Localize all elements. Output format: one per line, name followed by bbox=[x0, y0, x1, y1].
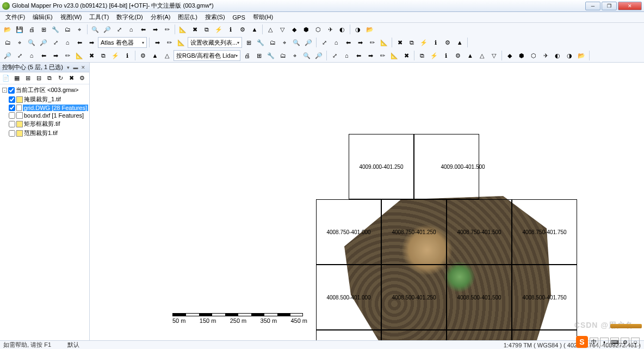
toolbar-button[interactable]: ⬅ bbox=[343, 37, 354, 48]
layer-item[interactable]: bound.dxf [1 Features] bbox=[9, 112, 88, 119]
panel-tool-icon[interactable]: ⊟ bbox=[34, 74, 44, 83]
menu-item[interactable]: 文件(F) bbox=[2, 12, 28, 22]
toolbar-button[interactable]: ✏ bbox=[62, 50, 73, 61]
toolbar-button[interactable]: 🔧 bbox=[50, 24, 61, 35]
toolbar-button[interactable]: ▽ bbox=[277, 24, 288, 35]
toolbar-button[interactable]: ⤢ bbox=[50, 37, 61, 48]
menu-item[interactable]: 分析(A) bbox=[147, 12, 174, 22]
panel-tool-icon[interactable]: ⚙ bbox=[77, 74, 87, 83]
menu-item[interactable]: 数字化(D) bbox=[113, 12, 146, 22]
collapse-icon[interactable]: - bbox=[2, 88, 7, 93]
toolbar-button[interactable]: ⬅ bbox=[38, 50, 49, 61]
toolbar-button[interactable]: ⤢ bbox=[114, 24, 125, 35]
toolbar-button[interactable]: 🔎 bbox=[2, 50, 13, 61]
toolbar-button[interactable]: ➡ bbox=[150, 24, 160, 35]
maximize-button[interactable]: ❐ bbox=[602, 2, 617, 10]
panel-tool-icon[interactable]: ✖ bbox=[66, 74, 76, 83]
panel-tool-icon[interactable]: ▦ bbox=[12, 74, 22, 83]
toolbar-button[interactable]: ⚡ bbox=[418, 37, 429, 48]
toolbar-button[interactable]: ➡ bbox=[152, 37, 163, 48]
toolbar-button[interactable]: 🗂 bbox=[2, 37, 13, 48]
toolbar-button[interactable]: ⬅ bbox=[74, 37, 85, 48]
toolbar-button[interactable]: ▽ bbox=[488, 50, 499, 61]
ime-punct-icon[interactable]: • bbox=[600, 338, 609, 346]
toolbar-button[interactable]: ⬡ bbox=[313, 24, 324, 35]
layer-item[interactable]: 范围裁剪1.tif bbox=[9, 128, 88, 138]
toolbar-button[interactable]: ✈ bbox=[325, 24, 336, 35]
toolbar-button[interactable]: 🗂 bbox=[277, 50, 288, 61]
toolbar-button[interactable]: 🔍 bbox=[301, 50, 312, 61]
layer-item[interactable]: grid.DWG [28 Features] bbox=[9, 104, 88, 112]
menu-item[interactable]: 工具(T) bbox=[86, 12, 112, 22]
toolbar-button[interactable]: ⊞ bbox=[253, 50, 264, 61]
toolbar-button[interactable]: ⚡ bbox=[429, 50, 439, 61]
layer-item[interactable]: 矩形框裁剪.tif bbox=[9, 119, 88, 128]
toolbar-button[interactable]: 🔎 bbox=[303, 37, 314, 48]
toolbar-button[interactable]: 🖨 bbox=[242, 50, 252, 61]
toolbar-button[interactable]: ⧉ bbox=[98, 50, 109, 61]
toolbar-button[interactable]: ⌖ bbox=[74, 24, 85, 35]
ime-cog-icon[interactable]: ⚙ bbox=[621, 338, 629, 346]
toolbar-button[interactable]: ⤢ bbox=[319, 37, 330, 48]
toolbar-button[interactable]: ✖ bbox=[189, 24, 200, 35]
toolbar-button[interactable]: ℹ bbox=[225, 24, 236, 35]
toolbar-button[interactable]: ⬢ bbox=[301, 24, 312, 35]
ime-skin-icon[interactable]: ☺ bbox=[631, 338, 640, 346]
toolbar-button[interactable]: ▲ bbox=[249, 24, 260, 35]
menu-item[interactable]: 图层(L) bbox=[175, 12, 200, 22]
layer-checkbox[interactable] bbox=[9, 112, 15, 119]
toolbar-button[interactable]: ⌂ bbox=[26, 50, 37, 61]
toolbar-button[interactable]: ℹ bbox=[441, 50, 451, 61]
toolbar-button[interactable]: ✏ bbox=[164, 37, 175, 48]
toolbar-button[interactable]: ⌖ bbox=[279, 37, 290, 48]
layer-checkbox[interactable] bbox=[9, 130, 15, 137]
toolbar-button[interactable]: ⚙ bbox=[453, 50, 463, 61]
layer-tree[interactable]: - 当前工作区 <003.gmw> 掩膜裁剪_1.tifgrid.DWG [28… bbox=[0, 84, 89, 340]
layer-checkbox[interactable] bbox=[9, 121, 15, 127]
panel-tool-icon[interactable]: ⧉ bbox=[45, 74, 54, 83]
toolbar-button[interactable]: ℹ bbox=[122, 50, 133, 61]
toolbar-button[interactable]: 🔎 bbox=[102, 24, 113, 35]
toolbar-button[interactable]: ⤢ bbox=[14, 50, 25, 61]
toolbar-button[interactable]: 🔍 bbox=[90, 24, 101, 35]
toolbar-button[interactable]: 📐 bbox=[176, 37, 187, 48]
toolbar-combo[interactable]: 设置收藏夹列表...▾ bbox=[188, 37, 242, 48]
ime-kbd-icon[interactable]: ⌨ bbox=[610, 338, 619, 346]
toolbar-button[interactable]: 📂 bbox=[2, 24, 13, 35]
toolbar-button[interactable]: ⊞ bbox=[243, 37, 254, 48]
layer-item[interactable]: 掩膜裁剪_1.tif bbox=[9, 95, 88, 104]
layer-checkbox[interactable] bbox=[9, 96, 15, 103]
toolbar-button[interactable]: ✖ bbox=[86, 50, 97, 61]
toolbar-button[interactable]: 🔍 bbox=[291, 37, 302, 48]
toolbar-button[interactable]: ⧉ bbox=[406, 37, 417, 48]
map-view[interactable]: 4009.000-401.2504009.000-401.5004008.750… bbox=[90, 63, 644, 340]
toolbar-button[interactable]: ✏ bbox=[162, 24, 172, 35]
toolbar-button[interactable]: ⌂ bbox=[331, 37, 342, 48]
toolbar-button[interactable]: ⚡ bbox=[213, 24, 224, 35]
toolbar-button[interactable]: 📂 bbox=[576, 50, 587, 61]
toolbar-button[interactable]: ⌂ bbox=[62, 37, 73, 48]
toolbar-button[interactable]: 🖨 bbox=[26, 24, 37, 35]
menu-item[interactable]: 帮助(H) bbox=[250, 12, 276, 22]
toolbar-button[interactable]: 📐 bbox=[379, 37, 389, 48]
close-button[interactable]: ✕ bbox=[618, 2, 642, 10]
toolbar-button[interactable]: ⬅ bbox=[353, 50, 364, 61]
toolbar-button[interactable]: 🔧 bbox=[255, 37, 266, 48]
toolbar-button[interactable]: 🗂 bbox=[267, 37, 278, 48]
toolbar-button[interactable]: 📐 bbox=[177, 24, 188, 35]
toolbar-button[interactable]: ✖ bbox=[401, 50, 412, 61]
toolbar-button[interactable]: 📐 bbox=[389, 50, 400, 61]
toolbar-button[interactable]: ◑ bbox=[352, 24, 363, 35]
menu-item[interactable]: 搜索(S) bbox=[202, 12, 228, 22]
toolbar-button[interactable]: ⧉ bbox=[417, 50, 428, 61]
toolbar-button[interactable]: ◆ bbox=[504, 50, 515, 61]
toolbar-button[interactable]: ✏ bbox=[377, 50, 388, 61]
panel-pin-icon[interactable]: ▬ bbox=[72, 64, 79, 71]
panel-tool-icon[interactable]: ⊞ bbox=[23, 74, 33, 83]
toolbar-button[interactable]: ➡ bbox=[365, 50, 376, 61]
toolbar-button[interactable]: ➡ bbox=[86, 37, 97, 48]
toolbar-button[interactable]: △ bbox=[476, 50, 487, 61]
toolbar-button[interactable]: ⧉ bbox=[201, 24, 212, 35]
toolbar-button[interactable]: 📂 bbox=[364, 24, 375, 35]
toolbar-button[interactable]: ➡ bbox=[50, 50, 61, 61]
